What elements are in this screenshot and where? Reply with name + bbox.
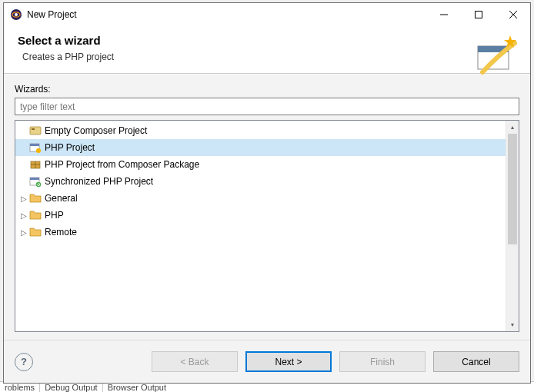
tree-item-label: PHP Project <box>45 142 95 153</box>
maximize-button[interactable] <box>461 3 496 26</box>
svg-point-20 <box>36 182 41 187</box>
close-button[interactable] <box>496 3 530 26</box>
sync-php-icon <box>29 175 42 188</box>
folder-icon <box>29 226 42 238</box>
tree-item[interactable]: PHP Project <box>15 139 506 156</box>
tree-item-label: Synchronized PHP Project <box>45 176 153 187</box>
tree-item[interactable]: ▷General <box>15 190 506 207</box>
svg-point-2 <box>15 13 18 16</box>
filter-input[interactable] <box>15 98 519 115</box>
page-title: Select a wizard <box>18 34 516 47</box>
tree-item-label: Remote <box>45 227 77 238</box>
dialog-footer: ? < Back Next > Finish Cancel <box>4 340 530 383</box>
scroll-up-icon[interactable]: ▴ <box>506 121 519 134</box>
dialog-window: New Project Select a wizard Creates a PH… <box>3 2 531 384</box>
tree-container: Empty Composer ProjectPHP ProjectPHP Pro… <box>15 120 519 332</box>
svg-rect-11 <box>32 128 35 130</box>
help-button[interactable]: ? <box>15 353 33 371</box>
cancel-button[interactable]: Cancel <box>433 351 519 372</box>
tree-item-label: Empty Composer Project <box>45 125 147 136</box>
tree-item[interactable]: ▷Remote <box>15 224 506 241</box>
composer-pkg-icon <box>29 158 42 171</box>
minimize-button[interactable] <box>426 3 461 26</box>
back-button[interactable]: < Back <box>152 351 238 372</box>
svg-rect-4 <box>475 12 482 18</box>
titlebar: New Project <box>4 3 530 26</box>
tree-item[interactable]: PHP Project from Composer Package <box>15 156 506 173</box>
svg-rect-13 <box>30 144 39 146</box>
finish-button[interactable]: Finish <box>339 351 426 372</box>
wizards-label: Wizards: <box>15 84 519 95</box>
window-controls <box>426 3 530 26</box>
folder-icon <box>29 209 42 221</box>
folder-icon <box>29 192 42 204</box>
tree-item[interactable]: Synchronized PHP Project <box>15 173 506 190</box>
tree-item-label: PHP Project from Composer Package <box>45 159 199 170</box>
php-icon <box>29 141 42 154</box>
dialog-body: Wizards: Empty Composer ProjectPHP Proje… <box>4 74 530 340</box>
expand-icon[interactable]: ▷ <box>18 194 29 203</box>
expand-icon[interactable]: ▷ <box>18 228 29 237</box>
svg-rect-10 <box>30 127 41 135</box>
svg-rect-19 <box>30 178 39 180</box>
wizard-banner-icon <box>473 32 521 80</box>
tree-item-label: PHP <box>45 210 64 221</box>
page-subtitle: Creates a PHP project <box>18 51 516 62</box>
scroll-track[interactable] <box>506 134 519 318</box>
scroll-down-icon[interactable]: ▾ <box>506 318 519 331</box>
dialog-header: Select a wizard Creates a PHP project <box>4 26 530 74</box>
svg-point-14 <box>36 148 41 153</box>
composer-icon <box>29 125 42 137</box>
eclipse-icon <box>10 8 22 21</box>
tree-item-label: General <box>45 193 78 204</box>
tree-item[interactable]: Empty Composer Project <box>15 122 506 139</box>
wizard-tree[interactable]: Empty Composer ProjectPHP ProjectPHP Pro… <box>15 121 506 331</box>
tree-item[interactable]: ▷PHP <box>15 207 506 224</box>
scrollbar-vertical[interactable]: ▴ ▾ <box>506 121 519 331</box>
expand-icon[interactable]: ▷ <box>18 211 29 220</box>
scroll-thumb[interactable] <box>508 134 517 244</box>
next-button[interactable]: Next > <box>245 351 332 372</box>
window-title: New Project <box>27 9 426 20</box>
